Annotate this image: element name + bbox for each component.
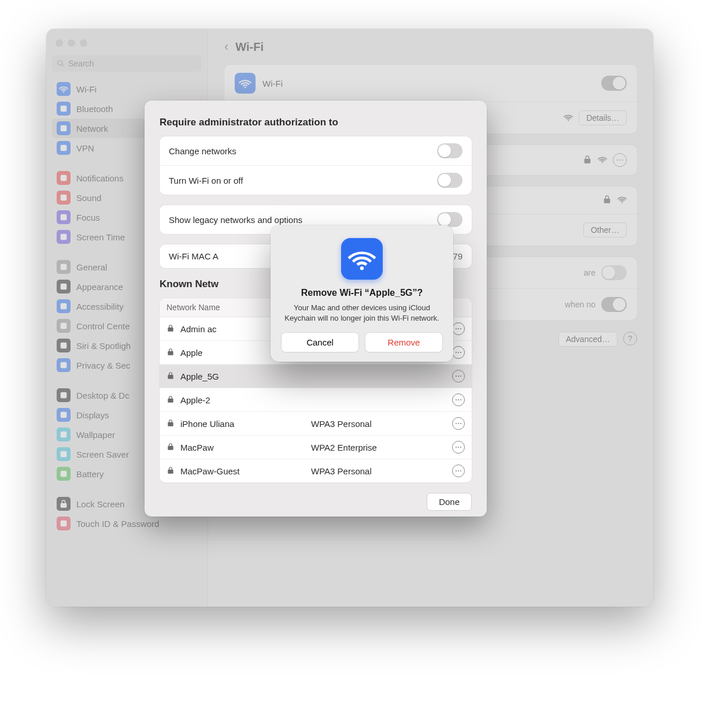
remove-wifi-alert: Remove Wi-Fi “Apple_5G”? Your Mac and ot…: [271, 225, 453, 362]
sidebar-item-label: Network: [76, 124, 108, 133]
search-field[interactable]: [52, 55, 202, 72]
sidebar-item-label: Sound: [76, 193, 101, 203]
back-button[interactable]: ‹: [224, 39, 228, 54]
option-toggle-1[interactable]: [601, 265, 627, 280]
network-actions-button[interactable]: ⋯: [452, 441, 465, 454]
network-name: Apple_5G: [180, 372, 219, 381]
sidebar-item-label: Touch ID & Password: [76, 519, 159, 529]
change-networks-label: Change networks: [169, 146, 236, 156]
sidebar-item-label: Lock Screen: [76, 499, 124, 509]
remove-button[interactable]: Remove: [365, 332, 443, 352]
details-button[interactable]: Details…: [579, 110, 627, 125]
mac-address-label: Wi-Fi MAC A: [169, 251, 219, 261]
alert-wifi-icon: [341, 238, 383, 280]
traffic-minimize[interactable]: [68, 39, 75, 47]
network-name: Admin ac: [180, 324, 217, 334]
touchid-icon: [57, 517, 71, 530]
wifi-icon: [57, 82, 71, 96]
wifi-toggle[interactable]: [601, 76, 627, 91]
network-actions-button[interactable]: ⋯: [452, 465, 465, 477]
network-security: WPA2 Enterprise: [311, 443, 442, 452]
help-button[interactable]: ?: [623, 332, 637, 346]
display-icon: [57, 408, 71, 422]
sidebar-item-label: Appearance: [76, 282, 123, 292]
globe-icon: [57, 121, 71, 135]
lock-icon: [166, 348, 175, 358]
network-actions-button[interactable]: ⋯: [452, 370, 465, 382]
lock-icon: [166, 466, 175, 476]
gear-icon: [57, 260, 71, 274]
bell-icon: [57, 171, 71, 185]
sheet-header: Require administrator authorization to: [160, 117, 472, 128]
search-input[interactable]: [68, 59, 197, 68]
sidebar-item-label: Bluetooth: [76, 104, 113, 114]
accessibility-icon: [57, 299, 71, 313]
wifi-icon: [235, 73, 256, 94]
wifi-signal-icon: [598, 155, 607, 166]
sidebar-item-label: Privacy & Sec: [76, 361, 130, 370]
lock-icon: [602, 195, 612, 206]
option-toggle-2[interactable]: [601, 297, 627, 312]
traffic-close[interactable]: [56, 39, 63, 47]
alert-message: Your Mac and other devices using iCloud …: [281, 303, 443, 323]
sliders-icon: [57, 319, 71, 333]
network-row[interactable]: Apple_5G⋯: [160, 365, 472, 388]
sidebar-item-label: Wi-Fi: [76, 84, 97, 94]
sidebar-item-label: Displays: [76, 410, 109, 420]
desktop-icon: [57, 388, 71, 402]
lock-icon: [166, 443, 175, 452]
privacy-icon: [57, 358, 71, 372]
lock-icon: [166, 395, 175, 405]
sidebar-item-label: General: [76, 262, 107, 272]
network-row[interactable]: iPhone UlianaWPA3 Personal⋯: [160, 412, 472, 436]
sidebar-item-label: Screen Saver: [76, 450, 129, 459]
lock-icon: [583, 155, 592, 166]
appearance-icon: [57, 280, 71, 294]
traffic-zoom[interactable]: [80, 39, 87, 47]
sidebar-item-label: Focus: [76, 213, 100, 222]
network-name: Apple: [180, 348, 202, 358]
sidebar-item-label: Siri & Spotligh: [76, 341, 131, 351]
network-row[interactable]: MacPawWPA2 Enterprise⋯: [160, 436, 472, 459]
sidebar-item-label: Wallpaper: [76, 430, 115, 440]
admin-auth-panel: Change networks Turn Wi-Fi on or off: [160, 136, 472, 195]
network-row[interactable]: MacPaw-GuestWPA3 Personal⋯: [160, 459, 472, 482]
wifi-label: Wi-Fi: [262, 79, 283, 88]
option-text-fragment: when no: [565, 300, 595, 309]
sidebar-item-touch-id-password[interactable]: Touch ID & Password: [52, 514, 202, 533]
network-name: Apple-2: [180, 395, 210, 405]
wifi-signal-icon: [617, 195, 627, 206]
turn-wifi-toggle[interactable]: [437, 173, 462, 188]
network-actions-button[interactable]: ⋯: [452, 417, 465, 430]
cancel-button[interactable]: Cancel: [281, 332, 359, 352]
legacy-networks-label: Show legacy networks and options: [169, 215, 302, 225]
window-controls: [52, 37, 202, 54]
network-security: WPA3 Personal: [311, 466, 442, 476]
screensaver-icon: [57, 447, 71, 461]
network-options-button[interactable]: ⋯: [613, 153, 627, 167]
sidebar-item-label: Battery: [76, 469, 104, 479]
lock-icon: [57, 497, 71, 511]
wifi-signal-icon: [564, 113, 573, 124]
vpn-icon: [57, 141, 71, 155]
sidebar-item-label: Desktop & Dc: [76, 391, 130, 400]
search-icon: [57, 60, 65, 68]
siri-icon: [57, 339, 71, 352]
network-actions-button[interactable]: ⋯: [452, 393, 465, 406]
sidebar-item-wi-fi[interactable]: Wi-Fi: [52, 79, 202, 99]
hourglass-icon: [57, 230, 71, 244]
sidebar-item-label: Screen Time: [76, 232, 125, 242]
network-security: WPA3 Personal: [311, 419, 442, 429]
lock-icon: [166, 324, 175, 334]
network-row[interactable]: Apple-2⋯: [160, 388, 472, 412]
lock-icon: [166, 419, 175, 429]
lock-icon: [166, 372, 175, 381]
change-networks-toggle[interactable]: [437, 143, 462, 158]
done-button[interactable]: Done: [427, 493, 472, 511]
network-name: MacPaw-Guest: [180, 466, 240, 476]
network-actions-button[interactable]: ⋯: [452, 346, 465, 359]
speaker-icon: [57, 191, 71, 205]
advanced-button[interactable]: Advanced…: [558, 332, 617, 347]
network-actions-button[interactable]: ⋯: [452, 322, 465, 335]
other-networks-button[interactable]: Other…: [583, 222, 627, 237]
